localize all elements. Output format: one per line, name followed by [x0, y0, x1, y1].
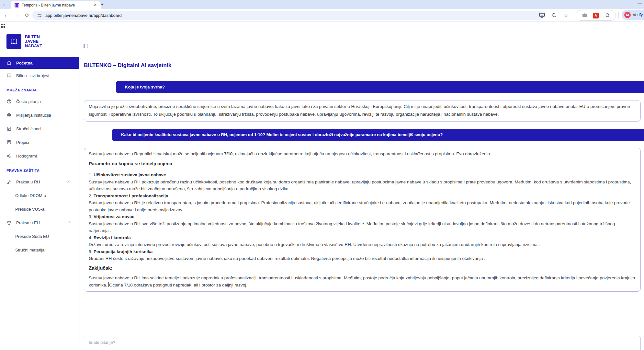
gavel-icon — [6, 179, 12, 184]
url-text[interactable]: app.biltenjavnenabave.hr/app/dashboard — [45, 13, 122, 18]
user-message-1: Koja je tvoja svrha? — [116, 81, 644, 93]
sidebar-item-cesta-pitanja[interactable]: Česta pitanja — [0, 95, 79, 108]
browser-window: ⌄ Temporis - Bilten javne nabave ✕ + — ←… — [0, 0, 644, 350]
browser-toolbar: ← → ⟳ app.biltenjavnenabave.hr/app/dashb… — [0, 9, 644, 22]
sidebar-item-pocetna[interactable]: Početna — [0, 57, 79, 69]
home-icon — [6, 60, 12, 65]
sidebar-item-hodogrami[interactable]: Hodogrami — [0, 149, 79, 163]
share-icon — [6, 153, 12, 158]
answer2-param-2: 2. Transparentnost i profesionalizacija … — [89, 192, 636, 214]
page-title: BILTENKO – Digitalni AI savjetnik — [84, 62, 641, 69]
sidebar: BILTEN JAVNE NABAVE Početna Bilten - sv — [0, 31, 79, 350]
chevron-up-icon[interactable] — [67, 181, 71, 184]
profile-label: Verify — [633, 13, 643, 17]
reload-button[interactable]: ⟳ — [23, 11, 32, 20]
sidebar-item-strucni-materijali[interactable]: Stručni materijali — [0, 243, 79, 257]
sidebar-item-bilten-svi-brojevi[interactable]: Bilten - svi brojevi — [0, 69, 79, 82]
sidebar-item-presude-suda-eu[interactable]: Presude Suda EU — [0, 229, 79, 243]
sidebar-nav: Početna Bilten - svi brojevi MREŽA ZNANJ… — [0, 57, 79, 257]
forward-button[interactable]: → — [12, 11, 21, 20]
tab-title: Temporis - Bilten javne nabave — [22, 3, 90, 7]
sidebar-toggle-icon[interactable] — [83, 44, 88, 50]
tab-close-icon[interactable]: ✕ — [93, 2, 98, 8]
apps-grid-icon[interactable] — [1, 23, 6, 30]
install-app-icon[interactable] — [537, 11, 547, 20]
tab-search-icon[interactable]: ⌄ — [3, 2, 6, 6]
book-icon — [6, 73, 12, 78]
chat-panel: BILTENKO – Digitalni AI savjetnik Koja j… — [80, 58, 644, 350]
new-tab-button[interactable]: + — [99, 1, 106, 7]
toolbar-divider — [618, 12, 619, 18]
answer2-intro: Sustav javne nabave u Republici Hrvatsko… — [89, 150, 636, 158]
site-settings-icon[interactable] — [37, 13, 42, 18]
contract-icon — [6, 140, 12, 145]
main-content: BILTENKO – Digitalni AI savjetnik Koja j… — [79, 31, 644, 350]
extensions-pill: A — [576, 10, 616, 21]
sidebar-item-misljenja-institucija[interactable]: Mišljenja institucija — [0, 108, 79, 122]
sidebar-item-strucni-clanci[interactable]: Stručni članci — [0, 122, 79, 135]
profile-avatar: M — [624, 12, 631, 18]
tab-strip: ⌄ Temporis - Bilten javne nabave ✕ + — — [0, 0, 644, 9]
sidebar-section-pravna-zastita: PRAVNA ZAŠTITA — [0, 163, 79, 175]
briefcase-extension-icon[interactable] — [582, 12, 587, 19]
article-icon — [6, 126, 12, 131]
answer2-param-4: 4. Revizija i kontrola Državni ured za r… — [89, 234, 636, 248]
temporis-favicon — [15, 3, 19, 7]
answer2-param-3: 3. Vrijednost za novac Sustav javne naba… — [89, 213, 636, 234]
logo-wordmark: BILTEN JAVNE NABAVE — [25, 35, 42, 48]
answer2-param-1: 1. Učinkovitost sustava javne nabave Sus… — [89, 171, 636, 192]
answer2-param-5: 5. Percepcija krajnjih korisnika Građani… — [89, 248, 636, 262]
chevron-up-icon[interactable] — [67, 221, 71, 225]
help-circle-icon — [6, 99, 12, 104]
answer2-conclusion-heading: Zaključak: — [89, 264, 636, 272]
open-book-logo-icon — [6, 34, 21, 49]
back-button[interactable]: ← — [2, 11, 11, 20]
assistant-message-2: Sustav javne nabave u Republici Hrvatsko… — [84, 148, 641, 292]
sidebar-item-propisi[interactable]: Propisi — [0, 135, 79, 149]
bookmark-star-icon[interactable]: ☆ — [561, 11, 571, 20]
bank-icon — [6, 112, 12, 118]
zoom-out-icon[interactable] — [549, 11, 559, 20]
bookmarks-row — [0, 22, 644, 31]
app-root: BILTEN JAVNE NABAVE Početna Bilten - sv — [0, 31, 644, 350]
sidebar-item-praksa-u-rh[interactable]: Praksa u RH — [0, 175, 79, 189]
answer2-conclusion: Sustav javne nabave u RH ima solidne tem… — [89, 274, 636, 288]
app-logo[interactable]: BILTEN JAVNE NABAVE — [0, 31, 79, 49]
browser-tab[interactable]: Temporis - Bilten javne nabave ✕ — [11, 1, 101, 9]
sidebar-section-mreza-znanja: MREŽA ZNANJA — [0, 82, 79, 95]
user-message-2: Kako bi ocijenio kvalitetu sustava javne… — [112, 129, 644, 141]
sidebar-item-presude-vus-a[interactable]: Presude VUS-a — [0, 202, 79, 216]
extensions-puzzle-icon[interactable] — [604, 12, 610, 19]
assistant-message-1: Moja svrha je pružiti sveobuhvatne, prec… — [84, 100, 641, 122]
address-bar[interactable]: app.biltenjavnenabave.hr/app/dashboard — [32, 11, 544, 20]
chat-input[interactable] — [84, 336, 641, 350]
scales-icon — [6, 220, 12, 225]
adobe-pdf-extension-icon[interactable]: A — [593, 13, 599, 18]
sidebar-item-praksa-u-eu[interactable]: Praksa u EU — [0, 216, 79, 229]
answer2-params-heading: Parametri na kojima se temelji ocjena: — [89, 160, 636, 168]
text-cursor — [108, 282, 109, 287]
window-minimize-button[interactable]: — — [638, 1, 642, 6]
sidebar-item-odluke-dkom-a[interactable]: Odluke DKOM-a — [0, 189, 79, 202]
profile-chip[interactable]: M Verify — [622, 10, 644, 20]
